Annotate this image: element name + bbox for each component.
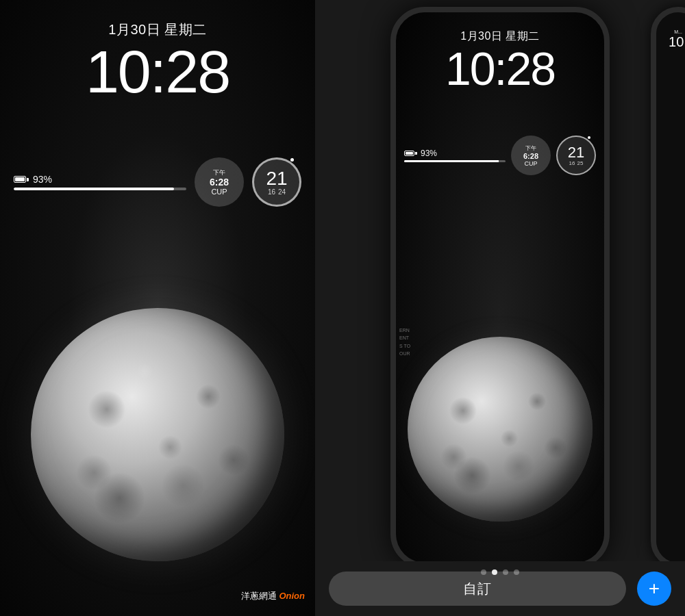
left-header: 1月30日 星期二 10:28 (0, 21, 315, 102)
right-cup-time: 6:28 (523, 152, 538, 160)
watermark-brand: Onion (279, 591, 305, 601)
battery-body (14, 176, 26, 183)
right-battery-fill (406, 152, 413, 155)
left-widgets: 93% 下午 6:28 CUP 21 16 24 (14, 157, 301, 207)
cup-label: CUP (211, 188, 227, 196)
right-number-sub2: 25 (577, 160, 584, 166)
battery-bar-track (14, 188, 186, 190)
number-big: 21 (266, 169, 287, 188)
right-battery-fill-bar (404, 160, 499, 162)
right-number-big: 21 (568, 145, 584, 160)
left-time: 10:28 (0, 42, 315, 102)
right-cup-widget: 下午 6:28 CUP (511, 136, 551, 175)
right-number-small: 16 25 (569, 160, 584, 166)
moon-right (408, 337, 593, 522)
right-battery-bar (404, 160, 506, 162)
right-cup-label: CUP (524, 160, 537, 167)
right-panel: 1月30日 星期二 10:28 93% (315, 0, 685, 616)
battery-bar-fill (14, 188, 174, 190)
left-date: 1月30日 星期二 (0, 21, 315, 39)
battery-fill (15, 177, 25, 181)
number-small: 16 24 (268, 188, 286, 196)
right-battery-tip (415, 152, 417, 155)
watermark: 洋蔥網通 Onion (241, 590, 305, 602)
moon-craters-right (408, 337, 593, 522)
partial-phone-header: M... 10: (660, 29, 685, 50)
right-battery-widget: 93% (404, 149, 506, 162)
moon-left (31, 308, 284, 561)
number-sub2: 24 (278, 188, 286, 196)
right-cup-pm: 下午 (525, 144, 536, 152)
battery-percent: 93% (33, 174, 52, 185)
partial-phone-frame: M... 10: (651, 7, 685, 561)
cup-pm: 下午 (213, 168, 225, 177)
partial-time: 10: (660, 34, 685, 50)
right-battery-icon (404, 151, 417, 156)
pagination-dots (481, 569, 519, 575)
right-phone-date: 1月30日 星期二 (396, 29, 604, 44)
customize-button[interactable]: 自訂 (329, 572, 626, 606)
moon-craters-left (31, 308, 284, 561)
battery-widget: 93% (14, 174, 186, 190)
dot-2-active (492, 569, 497, 575)
right-number-dot (588, 136, 590, 139)
dot-3 (503, 569, 508, 575)
number-sub1: 16 (268, 188, 275, 196)
right-battery-top: 93% (404, 149, 506, 158)
battery-icon (14, 176, 29, 183)
main-phone-frame: 1月30日 星期二 10:28 93% (390, 7, 610, 561)
phone-frame-area: 1月30日 星期二 10:28 93% (315, 0, 685, 561)
number-widget: 21 16 24 (252, 157, 301, 207)
right-battery-body (404, 151, 414, 156)
right-phone-time: 10:28 (396, 45, 604, 92)
phone-screen: 1月30日 星期二 10:28 93% (396, 12, 604, 561)
number-dot (290, 158, 294, 162)
partial-date: M... (660, 29, 685, 34)
right-number-sub1: 16 (569, 160, 575, 166)
add-button[interactable]: + (637, 572, 671, 606)
partial-overlay-text: ERNENTS TOOUR (399, 326, 410, 357)
right-number-widget: 21 16 25 (556, 136, 596, 175)
dot-4 (514, 569, 519, 575)
cup-widget: 下午 6:28 CUP (195, 157, 244, 207)
right-battery-pct: 93% (421, 149, 437, 158)
battery-top: 93% (14, 174, 186, 185)
right-phone-header: 1月30日 星期二 10:28 (396, 29, 604, 92)
dot-1 (481, 569, 486, 575)
left-lockscreen: 1月30日 星期二 10:28 93% 下午 6:28 CUP (0, 0, 315, 616)
right-phone-widgets: 93% 下午 6:28 CUP 2 (404, 136, 596, 175)
cup-time: 6:28 (210, 177, 229, 188)
watermark-cn: 洋蔥網通 (241, 591, 277, 601)
partial-phone-screen: M... 10: (656, 12, 685, 561)
battery-tip (27, 178, 29, 181)
bottom-bar: 自訂 + (315, 561, 685, 616)
